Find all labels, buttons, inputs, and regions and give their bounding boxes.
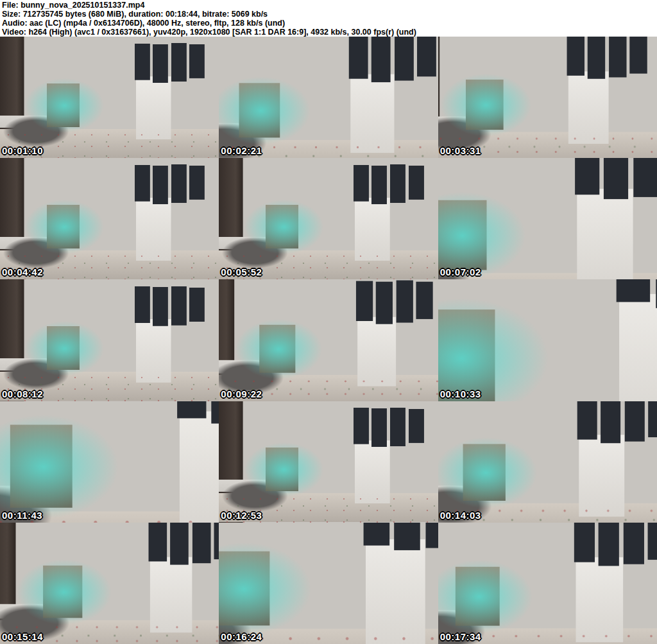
timestamp-overlay: 00:07:02 bbox=[440, 266, 481, 277]
video-frame-thumbnail: 00:01:10 bbox=[0, 37, 219, 158]
room-scene-placeholder bbox=[0, 158, 219, 279]
timestamp-overlay: 00:04:42 bbox=[2, 266, 43, 277]
room-scene-placeholder bbox=[438, 37, 657, 158]
room-scene-placeholder bbox=[219, 523, 438, 644]
room-scene-placeholder bbox=[438, 158, 657, 279]
video-frame-thumbnail: 00:14:03 bbox=[438, 401, 657, 523]
thumbnail-grid: 00:01:10 00:02:21 00:03:31 00:04:42 00:0… bbox=[0, 37, 657, 644]
timestamp-overlay: 00:12:53 bbox=[221, 510, 262, 521]
video-frame-thumbnail: 00:08:12 bbox=[0, 279, 219, 401]
video-frame-thumbnail: 00:04:42 bbox=[0, 158, 219, 279]
timestamp-overlay: 00:03:31 bbox=[440, 145, 481, 156]
timestamp-overlay: 00:10:33 bbox=[440, 388, 481, 399]
timestamp-overlay: 00:14:03 bbox=[440, 510, 481, 521]
video-frame-thumbnail: 00:10:33 bbox=[438, 279, 657, 401]
room-scene-placeholder bbox=[219, 158, 438, 279]
timestamp-overlay: 00:17:34 bbox=[440, 631, 481, 642]
room-scene-placeholder bbox=[219, 279, 438, 401]
video-frame-thumbnail: 00:03:31 bbox=[438, 37, 657, 158]
video-frame-thumbnail: 00:07:02 bbox=[438, 158, 657, 279]
audio-line: Audio: aac (LC) (mp4a / 0x6134706D), 480… bbox=[2, 19, 657, 28]
video-frame-thumbnail: 00:02:21 bbox=[219, 37, 438, 158]
room-scene-placeholder bbox=[0, 523, 219, 644]
timestamp-overlay: 00:01:10 bbox=[2, 145, 43, 156]
video-frame-thumbnail: 00:12:53 bbox=[219, 401, 438, 523]
room-scene-placeholder bbox=[0, 401, 219, 523]
size-line: Size: 712735745 bytes (680 MiB), duratio… bbox=[2, 10, 657, 19]
room-scene-placeholder bbox=[219, 37, 438, 158]
video-frame-thumbnail: 00:17:34 bbox=[438, 523, 657, 644]
room-scene-placeholder bbox=[438, 523, 657, 644]
video-frame-thumbnail: 00:16:24 bbox=[219, 523, 438, 644]
video-frame-thumbnail: 00:11:43 bbox=[0, 401, 219, 523]
timestamp-overlay: 00:09:22 bbox=[221, 388, 262, 399]
video-frame-thumbnail: 00:15:14 bbox=[0, 523, 219, 644]
room-scene-placeholder bbox=[0, 279, 219, 401]
room-scene-placeholder bbox=[0, 37, 219, 158]
timestamp-overlay: 00:16:24 bbox=[221, 631, 262, 642]
file-line: File: bunny_nova_202510151337.mp4 bbox=[2, 1, 657, 10]
video-line: Video: h264 (High) (avc1 / 0x31637661), … bbox=[2, 28, 657, 37]
video-frame-thumbnail: 00:05:52 bbox=[219, 158, 438, 279]
timestamp-overlay: 00:15:14 bbox=[2, 631, 43, 642]
room-scene-placeholder bbox=[438, 279, 657, 401]
timestamp-overlay: 00:11:43 bbox=[2, 510, 42, 521]
timestamp-overlay: 00:02:21 bbox=[221, 145, 262, 156]
timestamp-overlay: 00:08:12 bbox=[2, 388, 43, 399]
room-scene-placeholder bbox=[438, 401, 657, 523]
timestamp-overlay: 00:05:52 bbox=[221, 266, 262, 277]
room-scene-placeholder bbox=[219, 401, 438, 523]
media-info-header: File: bunny_nova_202510151337.mp4 Size: … bbox=[0, 0, 657, 37]
video-frame-thumbnail: 00:09:22 bbox=[219, 279, 438, 401]
